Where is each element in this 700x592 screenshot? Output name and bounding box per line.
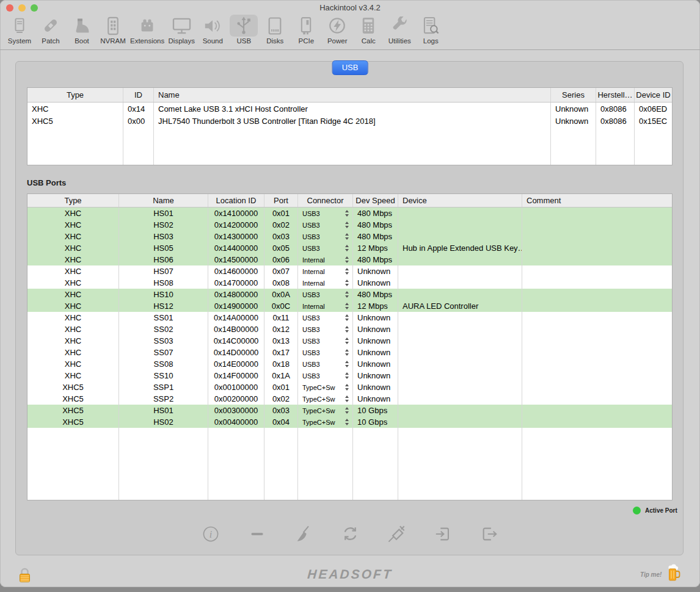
- connector-popup[interactable]: USB3: [302, 314, 350, 322]
- toolbar-item-displays[interactable]: Displays: [167, 15, 195, 45]
- usb-port-row[interactable]: XHCSS010x14A000000x11USB3Unknown: [27, 312, 672, 323]
- connector-stepper-icon[interactable]: [345, 233, 350, 240]
- import-button[interactable]: [433, 524, 453, 546]
- clean-button[interactable]: [294, 524, 313, 546]
- connector-stepper-icon[interactable]: [345, 384, 350, 391]
- connector-popup[interactable]: Internal: [302, 268, 350, 275]
- column-header-name[interactable]: Name: [119, 194, 208, 207]
- column-header-type[interactable]: Type: [27, 88, 123, 102]
- connector-popup[interactable]: TypeC+Sw: [302, 419, 350, 426]
- toolbar-item-pcie[interactable]: PCIe: [292, 15, 320, 45]
- column-header-series[interactable]: Series: [551, 88, 596, 102]
- usb-port-row[interactable]: XHCSS080x14E000000x18USB3Unknown: [27, 358, 672, 370]
- connector-stepper-icon[interactable]: [345, 280, 350, 286]
- usb-port-row[interactable]: XHCHS060x145000000x06Internal480 Mbps: [27, 254, 672, 265]
- connector-stepper-icon[interactable]: [345, 256, 350, 263]
- connector-stepper-icon[interactable]: [345, 245, 350, 251]
- usb-port-row[interactable]: XHCHS120x149000000x0CInternal12 MbpsAURA…: [27, 300, 672, 312]
- connector-stepper-icon[interactable]: [345, 222, 350, 228]
- usb-port-row[interactable]: XHCHS100x148000000x0AUSB3480 Mbps: [27, 289, 672, 300]
- toolbar-item-calc[interactable]: Calc: [354, 15, 382, 45]
- toolbar-item-disks[interactable]: Disks: [261, 15, 289, 45]
- toolbar-item-system[interactable]: System: [5, 15, 34, 45]
- toolbar-item-boot[interactable]: Boot: [68, 15, 96, 45]
- remove-button[interactable]: [247, 524, 267, 546]
- toolbar-item-patch[interactable]: Patch: [37, 15, 65, 45]
- controller-row[interactable]: XHC0x14Comet Lake USB 3.1 xHCI Host Cont…: [27, 103, 672, 115]
- connector-popup[interactable]: TypeC+Sw: [302, 384, 350, 391]
- connector-stepper-icon[interactable]: [345, 419, 350, 425]
- connector-popup[interactable]: USB3: [302, 361, 350, 368]
- info-button[interactable]: i: [201, 524, 221, 546]
- connector-stepper-icon[interactable]: [345, 210, 350, 217]
- toolbar-item-sound[interactable]: Sound: [199, 15, 227, 45]
- connector-popup[interactable]: TypeC+Sw: [302, 407, 350, 414]
- usb-port-row[interactable]: XHCHS010x141000000x01USB3480 Mbps: [27, 208, 672, 219]
- column-header-device[interactable]: Device: [398, 194, 522, 207]
- inject-button[interactable]: [387, 524, 406, 546]
- connector-stepper-icon[interactable]: [345, 407, 350, 414]
- toolbar-item-power[interactable]: Power: [323, 15, 351, 45]
- usb-port-row[interactable]: XHCHS030x143000000x03USB3480 Mbps: [27, 231, 672, 242]
- connector-popup[interactable]: USB3: [302, 349, 350, 356]
- connector-stepper-icon[interactable]: [345, 303, 350, 309]
- usb-port-row[interactable]: XHCSS100x14F000000x1AUSB3Unknown: [27, 370, 672, 381]
- connector-stepper-icon[interactable]: [345, 326, 350, 333]
- connector-popup[interactable]: USB3: [302, 291, 350, 298]
- connector-popup[interactable]: USB3: [302, 338, 350, 345]
- toolbar-item-utilities[interactable]: Utilities: [385, 15, 414, 45]
- connector-stepper-icon[interactable]: [345, 268, 350, 275]
- connector-stepper-icon[interactable]: [345, 338, 350, 344]
- connector-stepper-icon[interactable]: [345, 395, 350, 402]
- controller-row[interactable]: XHC50x00JHL7540 Thunderbolt 3 USB Contro…: [27, 115, 672, 127]
- connector-popup[interactable]: Internal: [302, 280, 350, 287]
- toolbar-item-extensions[interactable]: Extensions: [130, 15, 164, 45]
- usb-port-row[interactable]: XHCHS020x142000000x02USB3480 Mbps: [27, 219, 672, 231]
- column-header-dev-speed[interactable]: Dev Speed: [353, 194, 398, 207]
- usb-port-row[interactable]: XHCHS070x146000000x07InternalUnknown: [27, 265, 672, 277]
- column-header-location-id[interactable]: Location ID: [208, 194, 264, 207]
- column-header-id[interactable]: ID: [123, 88, 154, 102]
- connector-popup[interactable]: USB3: [302, 233, 350, 240]
- connector-popup[interactable]: USB3: [302, 210, 350, 217]
- tip-me-label[interactable]: Tip me!: [640, 571, 662, 578]
- connector-popup[interactable]: USB3: [302, 326, 350, 333]
- column-header-herstell-[interactable]: Herstell…: [596, 88, 635, 102]
- connector-popup[interactable]: Internal: [302, 256, 350, 264]
- toolbar-item-logs[interactable]: Logs: [417, 15, 445, 45]
- usb-ports-table[interactable]: TypeNameLocation IDPortConnectorDev Spee…: [27, 193, 673, 500]
- connector-popup[interactable]: TypeC+Sw: [302, 395, 350, 403]
- title-bar[interactable]: Hackintool v3.4.2: [0, 0, 700, 15]
- usb-port-row[interactable]: XHCSS070x14D000000x17USB3Unknown: [27, 347, 672, 358]
- usb-port-row[interactable]: XHC5HS010x003000000x03TypeC+Sw10 Gbps: [27, 405, 672, 416]
- connector-stepper-icon[interactable]: [345, 314, 350, 321]
- column-header-comment[interactable]: Comment: [522, 194, 672, 207]
- column-header-name[interactable]: Name: [154, 88, 551, 102]
- connector-stepper-icon[interactable]: [345, 361, 350, 367]
- connector-stepper-icon[interactable]: [345, 372, 350, 379]
- beer-mug-icon[interactable]: [667, 564, 681, 584]
- connector-popup[interactable]: USB3: [302, 222, 350, 229]
- usb-port-row[interactable]: XHC5SSP20x002000000x02TypeC+SwUnknown: [27, 393, 672, 405]
- usb-port-row[interactable]: XHC5HS020x004000000x04TypeC+Sw10 Gbps: [27, 416, 672, 428]
- usb-port-row[interactable]: XHCSS030x14C000000x13USB3Unknown: [27, 335, 672, 347]
- column-header-port[interactable]: Port: [264, 194, 298, 207]
- toolbar-item-usb[interactable]: USB: [230, 15, 258, 45]
- column-header-type[interactable]: Type: [27, 194, 119, 207]
- connector-popup[interactable]: USB3: [302, 245, 350, 252]
- usb-controllers-table[interactable]: TypeIDNameSeriesHerstell…Device IDXHC0x1…: [27, 87, 673, 165]
- column-header-device-id[interactable]: Device ID: [635, 88, 672, 102]
- connector-popup[interactable]: Internal: [302, 303, 350, 310]
- export-button[interactable]: [479, 524, 499, 546]
- connector-stepper-icon[interactable]: [345, 349, 350, 356]
- connector-stepper-icon[interactable]: [345, 291, 350, 298]
- usb-port-row[interactable]: XHCHS050x144000000x05USB312 MbpsHub in A…: [27, 242, 672, 254]
- usb-port-row[interactable]: XHCHS080x147000000x08InternalUnknown: [27, 277, 672, 289]
- usb-port-row[interactable]: XHCSS020x14B000000x12USB3Unknown: [27, 323, 672, 335]
- connector-popup[interactable]: USB3: [302, 372, 350, 380]
- usb-tab-button[interactable]: USB: [332, 60, 368, 75]
- refresh-button[interactable]: [340, 524, 360, 546]
- usb-port-row[interactable]: XHC5SSP10x001000000x01TypeC+SwUnknown: [27, 381, 672, 393]
- column-header-connector[interactable]: Connector: [298, 194, 353, 207]
- toolbar-item-nvram[interactable]: NVRAM: [99, 15, 127, 45]
